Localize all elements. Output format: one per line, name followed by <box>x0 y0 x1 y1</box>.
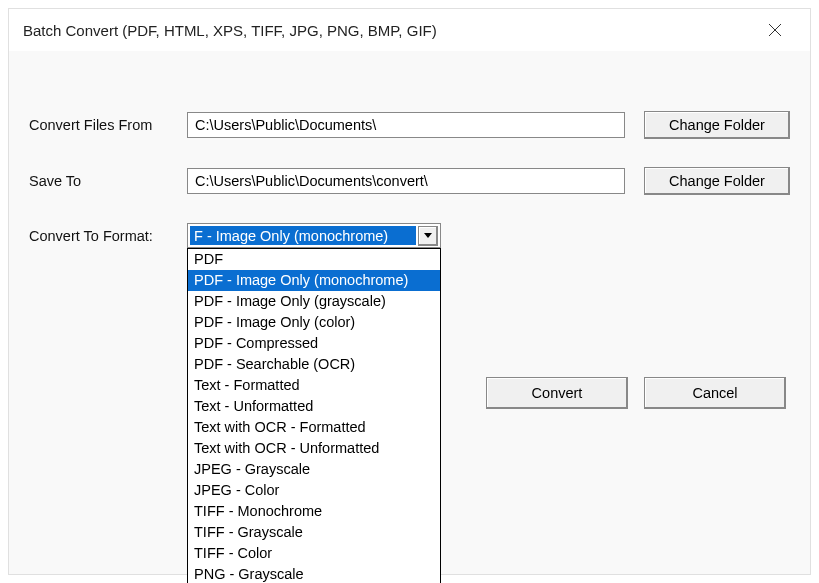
format-option[interactable]: TIFF - Grayscale <box>188 522 440 543</box>
format-option[interactable]: PDF <box>188 249 440 270</box>
format-option[interactable]: PDF - Image Only (grayscale) <box>188 291 440 312</box>
close-icon[interactable] <box>754 9 796 51</box>
row-save-to: Save To C:\Users\Public\Documents\conver… <box>29 167 790 195</box>
svg-marker-2 <box>424 233 432 238</box>
change-folder-to-button[interactable]: Change Folder <box>644 167 790 195</box>
format-option[interactable]: TIFF - Color <box>188 543 440 564</box>
titlebar: Batch Convert (PDF, HTML, XPS, TIFF, JPG… <box>9 9 810 51</box>
save-to-value: C:\Users\Public\Documents\convert\ <box>195 171 428 191</box>
format-select-display: F - Image Only (monochrome) <box>190 226 416 245</box>
format-option[interactable]: JPEG - Grayscale <box>188 459 440 480</box>
format-option[interactable]: Text - Formatted <box>188 375 440 396</box>
dialog-window: Batch Convert (PDF, HTML, XPS, TIFF, JPG… <box>8 8 811 575</box>
format-option[interactable]: JPEG - Color <box>188 480 440 501</box>
label-convert-from: Convert Files From <box>29 117 187 133</box>
format-option[interactable]: TIFF - Monochrome <box>188 501 440 522</box>
row-convert-format: Convert To Format: F - Image Only (monoc… <box>29 223 790 248</box>
change-folder-from-button[interactable]: Change Folder <box>644 111 790 139</box>
format-select: F - Image Only (monochrome) PDFPDF - Ima… <box>187 223 441 248</box>
cancel-button[interactable]: Cancel <box>644 377 786 409</box>
dialog-title: Batch Convert (PDF, HTML, XPS, TIFF, JPG… <box>23 22 754 39</box>
format-option[interactable]: PNG - Grayscale <box>188 564 440 583</box>
convert-from-value: C:\Users\Public\Documents\ <box>195 115 376 135</box>
format-option[interactable]: PDF - Image Only (color) <box>188 312 440 333</box>
format-select-field[interactable]: F - Image Only (monochrome) <box>187 223 441 248</box>
label-save-to: Save To <box>29 173 187 189</box>
convert-button[interactable]: Convert <box>486 377 628 409</box>
format-option[interactable]: PDF - Image Only (monochrome) <box>188 270 440 291</box>
row-convert-from: Convert Files From C:\Users\Public\Docum… <box>29 111 790 139</box>
format-option[interactable]: Text - Unformatted <box>188 396 440 417</box>
save-to-input[interactable]: C:\Users\Public\Documents\convert\ <box>187 168 625 194</box>
format-option[interactable]: Text with OCR - Formatted <box>188 417 440 438</box>
format-option[interactable]: PDF - Compressed <box>188 333 440 354</box>
format-dropdown[interactable]: PDFPDF - Image Only (monochrome)PDF - Im… <box>187 248 441 583</box>
format-option[interactable]: PDF - Searchable (OCR) <box>188 354 440 375</box>
dialog-body: Convert Files From C:\Users\Public\Docum… <box>9 51 810 248</box>
bottom-button-row: Convert Cancel <box>486 377 786 409</box>
label-convert-format: Convert To Format: <box>29 228 187 244</box>
format-option[interactable]: Text with OCR - Unformatted <box>188 438 440 459</box>
convert-from-input[interactable]: C:\Users\Public\Documents\ <box>187 112 625 138</box>
chevron-down-icon[interactable] <box>418 226 438 246</box>
